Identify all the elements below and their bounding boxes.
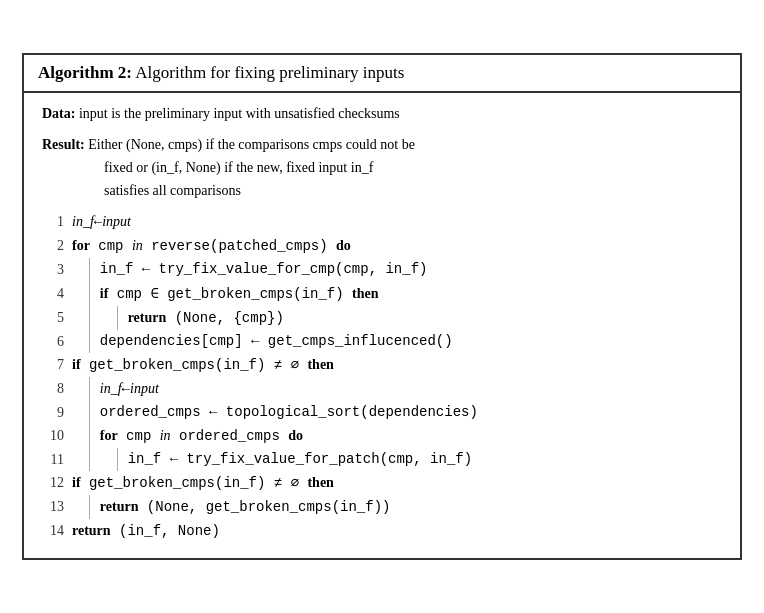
line-num-13: 13: [42, 495, 64, 518]
line-content-5: return (None, {cmp}): [72, 306, 722, 330]
line-content-2: for cmp in reverse(patched_cmps) do: [72, 234, 722, 258]
code-line-12: 12 if get_broken_cmps(in_f) ≠ ∅ then: [42, 471, 722, 495]
line-content-11: in_f ← try_fix_value_for_patch(cmp, in_f…: [72, 448, 722, 471]
line-content-7: if get_broken_cmps(in_f) ≠ ∅ then: [72, 353, 722, 377]
code-line-8: 8 in_f←input: [42, 377, 722, 401]
result-text2: fixed or (in_f, None) if the new, fixed …: [42, 160, 373, 175]
code-line-14: 14 return (in_f, None): [42, 519, 722, 543]
line-content-6: dependencies[cmp] ← get_cmps_influcenced…: [72, 330, 722, 353]
code-line-7: 7 if get_broken_cmps(in_f) ≠ ∅ then: [42, 353, 722, 377]
line-num-3: 3: [42, 258, 64, 281]
line-num-7: 7: [42, 353, 64, 376]
code-line-4: 4 if cmp ∈ get_broken_cmps(in_f) then: [42, 282, 722, 306]
algorithm-title-prefix: Algorithm 2:: [38, 63, 132, 82]
code-line-1: 1 in_f←input: [42, 210, 722, 234]
code-line-11: 11 in_f ← try_fix_value_for_patch(cmp, i…: [42, 448, 722, 471]
code-block: 1 in_f←input 2 for cmp in reverse(patche…: [42, 210, 722, 543]
line-num-6: 6: [42, 330, 64, 353]
code-line-3: 3 in_f ← try_fix_value_for_cmp(cmp, in_f…: [42, 258, 722, 281]
code-line-13: 13 return (None, get_broken_cmps(in_f)): [42, 495, 722, 519]
data-section: Data: input is the preliminary input wit…: [42, 103, 722, 126]
line-content-13: return (None, get_broken_cmps(in_f)): [72, 495, 722, 519]
code-line-5: 5 return (None, {cmp}): [42, 306, 722, 330]
line-content-4: if cmp ∈ get_broken_cmps(in_f) then: [72, 282, 722, 306]
line-content-9: ordered_cmps ← topological_sort(dependen…: [72, 401, 722, 424]
line-num-12: 12: [42, 471, 64, 494]
code-line-9: 9 ordered_cmps ← topological_sort(depend…: [42, 401, 722, 424]
line-num-10: 10: [42, 424, 64, 447]
line-num-1: 1: [42, 210, 64, 233]
line-num-2: 2: [42, 234, 64, 257]
result-text1: Either (None, cmps) if the comparisons c…: [85, 137, 415, 152]
data-label: Data:: [42, 106, 75, 121]
line-content-14: return (in_f, None): [72, 519, 722, 543]
line-num-11: 11: [42, 448, 64, 471]
code-line-10: 10 for cmp in ordered_cmps do: [42, 424, 722, 448]
line-num-8: 8: [42, 377, 64, 400]
result-label: Result:: [42, 137, 85, 152]
algorithm-title-text: Algorithm for fixing preliminary inputs: [132, 63, 404, 82]
result-section: Result: Either (None, cmps) if the compa…: [42, 134, 722, 202]
algorithm-body: Data: input is the preliminary input wit…: [24, 93, 740, 557]
line-num-14: 14: [42, 519, 64, 542]
code-line-6: 6 dependencies[cmp] ← get_cmps_influcenc…: [42, 330, 722, 353]
line-num-4: 4: [42, 282, 64, 305]
code-line-2: 2 for cmp in reverse(patched_cmps) do: [42, 234, 722, 258]
line-num-9: 9: [42, 401, 64, 424]
line-content-3: in_f ← try_fix_value_for_cmp(cmp, in_f): [72, 258, 722, 281]
data-text: input is the preliminary input with unsa…: [75, 106, 399, 121]
line-content-12: if get_broken_cmps(in_f) ≠ ∅ then: [72, 471, 722, 495]
line-content-10: for cmp in ordered_cmps do: [72, 424, 722, 448]
line-content-1: in_f←input: [72, 210, 722, 234]
algorithm-box: Algorithm 2: Algorithm for fixing prelim…: [22, 53, 742, 559]
line-content-8: in_f←input: [72, 377, 722, 401]
algorithm-title: Algorithm 2: Algorithm for fixing prelim…: [24, 55, 740, 93]
result-text3: satisfies all comparisons: [42, 183, 241, 198]
line-num-5: 5: [42, 306, 64, 329]
